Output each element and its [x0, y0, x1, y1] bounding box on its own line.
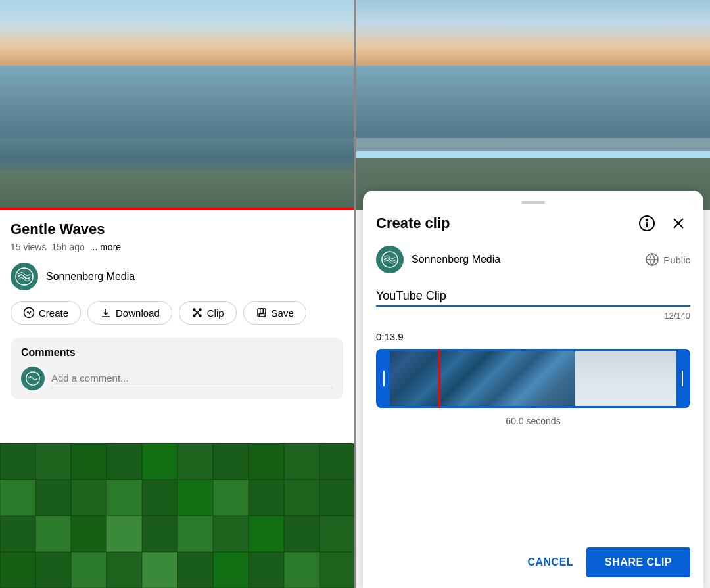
clip-button[interactable]: Clip	[179, 301, 237, 325]
channel-name: Sonnenberg Media	[46, 271, 135, 283]
modal-footer: CANCEL SHARE CLIP	[376, 541, 690, 577]
info-icon	[638, 215, 655, 232]
modal-channel-avatar	[376, 246, 404, 273]
timeline-playhead	[438, 349, 440, 408]
video-title: Gentle Waves	[11, 221, 343, 238]
modal-header: Create clip	[376, 212, 690, 235]
timeline-track	[376, 349, 690, 408]
comments-section: Comments	[11, 338, 343, 399]
clip-icon	[191, 307, 203, 319]
svg-point-2	[193, 309, 195, 311]
left-panel: Gentle Waves 15 views 15h ago ... more S…	[0, 0, 354, 588]
modal-channel-name: Sonnenberg Media	[412, 254, 500, 265]
comments-title: Comments	[21, 347, 333, 359]
right-panel: Create clip	[356, 0, 710, 588]
clip-title-container	[376, 286, 690, 307]
char-count: 12/140	[376, 311, 690, 321]
globe-icon	[645, 252, 659, 267]
save-icon	[256, 307, 268, 319]
download-icon	[100, 307, 112, 319]
modal-handle	[521, 201, 545, 204]
comment-input-row	[21, 367, 333, 390]
right-video-thumbnail[interactable]	[356, 0, 710, 210]
modal-title: Create clip	[376, 215, 450, 232]
channel-row[interactable]: Sonnenberg Media	[11, 263, 343, 290]
handle-line-right	[682, 371, 683, 386]
video-progress-bar	[0, 208, 354, 210]
comment-input[interactable]	[51, 369, 333, 388]
left-video-thumbnail[interactable]	[0, 0, 354, 210]
timeline-handle-right[interactable]	[676, 349, 688, 408]
cancel-button[interactable]: CANCEL	[527, 556, 573, 568]
channel-avatar	[11, 263, 38, 290]
info-button[interactable]	[635, 212, 659, 235]
bottom-green-area	[0, 443, 354, 588]
svg-point-3	[199, 315, 201, 317]
modal-channel-left: Sonnenberg Media	[376, 246, 500, 273]
more-link[interactable]: ... more	[90, 242, 121, 252]
svg-point-4	[193, 315, 195, 317]
video-meta: 15 views 15h ago ... more	[11, 242, 343, 252]
visibility-label: Public	[663, 254, 690, 265]
svg-point-5	[199, 309, 201, 311]
timeline-active-segment	[378, 351, 575, 406]
visibility-badge: Public	[645, 252, 690, 267]
modal-channel-row: Sonnenberg Media Public	[376, 246, 690, 273]
create-clip-modal: Create clip	[363, 191, 703, 588]
save-button[interactable]: Save	[243, 301, 306, 325]
create-button[interactable]: Create	[11, 301, 81, 325]
modal-header-icons	[635, 212, 690, 235]
close-button[interactable]	[667, 212, 690, 235]
download-button[interactable]: Download	[87, 301, 172, 325]
clip-duration: 60.0 seconds	[376, 416, 690, 426]
close-icon	[670, 215, 687, 232]
handle-line-left	[383, 371, 385, 386]
timeline-container[interactable]	[376, 349, 690, 408]
video-info: Gentle Waves 15 views 15h ago ... more S…	[0, 210, 354, 443]
create-icon	[23, 307, 35, 319]
action-buttons: Create Download Clip	[11, 301, 343, 325]
timeline-handle-left[interactable]	[378, 349, 390, 408]
clip-timestamp: 0:13.9	[376, 331, 690, 342]
timeline-inactive-segment	[575, 351, 688, 406]
user-avatar	[21, 367, 45, 390]
svg-point-13	[646, 219, 648, 221]
clip-title-input[interactable]	[376, 286, 690, 305]
share-clip-button[interactable]: SHARE CLIP	[586, 547, 690, 577]
